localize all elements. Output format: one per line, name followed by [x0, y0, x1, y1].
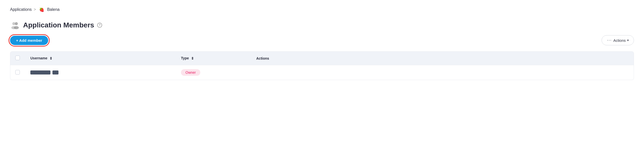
username-bar-2 — [52, 70, 58, 74]
actions-button[interactable]: ··· Actions ▾ — [602, 35, 634, 45]
select-all-checkbox[interactable] — [15, 56, 20, 60]
members-table: Username ⇕ Type ⇕ Actions — [10, 52, 634, 80]
svg-point-1 — [15, 22, 18, 25]
row-type-cell: Owner — [176, 65, 251, 80]
header-username: Username ⇕ — [25, 52, 176, 65]
breadcrumb: Applications > 🍓 Balena — [10, 6, 634, 13]
page-title: Application Members — [23, 21, 94, 29]
username-placeholder — [30, 70, 171, 74]
table-body: Owner — [10, 65, 634, 80]
row-actions-cell — [251, 65, 634, 80]
row-checkbox-cell — [10, 65, 25, 80]
page-header: Application Members ? — [10, 20, 634, 30]
breadcrumb-separator: > — [34, 7, 36, 12]
row-checkbox[interactable] — [15, 70, 20, 74]
username-sort-icon[interactable]: ⇕ — [49, 56, 52, 60]
table-row: Owner — [10, 65, 634, 80]
table-header: Username ⇕ Type ⇕ Actions — [10, 52, 634, 65]
chevron-down-icon: ▾ — [627, 39, 629, 42]
owner-badge: Owner — [181, 69, 200, 76]
add-member-button[interactable]: + Add member — [10, 36, 48, 45]
actions-label: Actions — [613, 38, 626, 43]
breadcrumb-current-label: Balena — [47, 7, 60, 12]
breadcrumb-current: 🍓 Balena — [38, 6, 60, 13]
type-sort-icon[interactable]: ⇕ — [191, 56, 194, 60]
row-username-cell — [25, 65, 176, 80]
actions-dots-icon: ··· — [607, 38, 612, 43]
type-column-label: Type — [181, 56, 189, 60]
username-bar-1 — [30, 70, 50, 74]
actions-column-label: Actions — [256, 56, 269, 60]
balena-icon: 🍓 — [38, 6, 45, 13]
breadcrumb-parent-link[interactable]: Applications — [10, 7, 32, 12]
toolbar: + Add member ··· Actions ▾ — [10, 35, 634, 45]
table-container: Username ⇕ Type ⇕ Actions — [10, 51, 634, 80]
header-actions: Actions — [251, 52, 634, 65]
page-container: Applications > 🍓 Balena Application Memb… — [0, 0, 644, 86]
members-icon — [10, 20, 20, 30]
help-icon[interactable]: ? — [97, 23, 102, 28]
svg-point-3 — [14, 26, 19, 29]
header-checkbox-cell — [10, 52, 25, 65]
username-column-label: Username — [30, 56, 47, 60]
header-type: Type ⇕ — [176, 52, 251, 65]
